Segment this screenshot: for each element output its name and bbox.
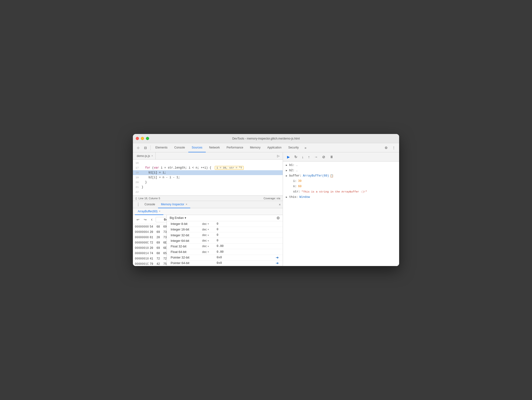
vi-row-int64: Integer 64-bit dec ▾ 0 xyxy=(167,238,283,244)
hex-row-0: 00000000 54 68 69 73 T xyxy=(133,224,167,230)
bottom-tab-console[interactable]: Console xyxy=(142,201,158,208)
bottom-dots-button[interactable]: ⋮ xyxy=(135,202,142,207)
value-inspector: Big Endian ▾ ⚙ Integer 8-bit dec ▾ xyxy=(167,215,283,266)
open-memory-inspector-icon[interactable]: 📋 xyxy=(330,174,334,178)
scope-row-i: i: 39 xyxy=(283,178,399,184)
bottom-tabs-bar: ⋮ Console Memory Inspector × × xyxy=(133,201,283,208)
vi-row-int8: Integer 8-bit dec ▾ 0 xyxy=(167,221,283,227)
drawer-icon-button[interactable]: ⊟ xyxy=(142,144,149,151)
code-area: demo-js.js × ▷ 16 17 xyxy=(133,152,283,201)
hex-row-8: 00000008 61 20 73 74 a xyxy=(133,235,167,240)
bottom-tab-memory-inspector[interactable]: Memory Inspector × xyxy=(158,201,190,208)
addr-prev-button[interactable]: ‹ xyxy=(150,216,154,222)
hex-row-4: 00000004 20 69 73 20 . xyxy=(133,230,167,235)
tab-performance[interactable]: Performance xyxy=(223,143,247,152)
pointer-32-navigate-icon[interactable]: ➜ xyxy=(276,255,279,260)
more-tabs-button[interactable]: » xyxy=(302,144,309,151)
status-curly-icon: {} xyxy=(135,197,137,200)
status-position: Line 18, Column 5 xyxy=(138,197,160,200)
code-line-17: 17 for (var i = str.length; i < n; ++i) … xyxy=(133,165,283,170)
memory-subtab-arraybuffer[interactable]: ArrayBuffer(60) × xyxy=(135,208,163,215)
debug-pause-button[interactable]: ⏸ xyxy=(328,154,334,160)
scope-row-buffer: ▶ buffer: ArrayBuffer(60) 📋 xyxy=(283,173,399,178)
hex-row-18: 00000018 41 72 72 61 A xyxy=(133,256,167,261)
code-line-18: 18 b1[i] = i; xyxy=(133,170,283,175)
close-button[interactable] xyxy=(136,137,139,140)
scope-row-b2: ▶ b2: … xyxy=(283,168,399,173)
tab-application[interactable]: Application xyxy=(264,143,285,152)
devtools-window: DevTools - memory-inspector.glitch.me/de… xyxy=(133,134,399,266)
bottom-panel-close[interactable]: × xyxy=(279,203,281,207)
hex-view: ↩ ↪ ‹ › ↻ 00000000 xyxy=(133,215,167,266)
scope-row-str: str: "This is a string in the ArrayBuffe… xyxy=(283,189,399,194)
top-toolbar: ⊹ ⊟ Elements Console Sources Network Per… xyxy=(133,143,399,152)
vi-row-float32: Float 32-bit dec ▾ 0.00 xyxy=(167,244,283,249)
memory-subtab-close[interactable]: × xyxy=(159,210,160,213)
address-bar: ↩ ↪ ‹ › ↻ xyxy=(133,215,167,224)
maximize-button[interactable] xyxy=(146,137,149,140)
tab-sources[interactable]: Sources xyxy=(188,143,206,152)
hex-row-10: 00000010 20 69 6E 20 . xyxy=(133,245,167,251)
cursor-icon-button[interactable]: ⊹ xyxy=(135,144,142,151)
code-line-19: 19 b2[i] = n - i - 1; xyxy=(133,175,283,180)
devtools-body: ⊹ ⊟ Elements Console Sources Network Per… xyxy=(133,143,399,266)
minimize-button[interactable] xyxy=(141,137,144,140)
scope-row-this: ▶ this: Window xyxy=(283,194,399,200)
vi-header: Big Endian ▾ ⚙ xyxy=(167,215,283,221)
traffic-lights xyxy=(136,137,149,140)
main-nav-tabs: Elements Console Sources Network Perform… xyxy=(152,143,309,152)
file-tab-close[interactable]: × xyxy=(152,155,153,157)
code-line-20: 20 } xyxy=(133,180,283,185)
toolbar-right: ⚙ ⋮ xyxy=(383,144,397,151)
debug-step-button[interactable]: → xyxy=(313,154,319,160)
addr-forward-button[interactable]: ↪ xyxy=(143,217,148,222)
memory-inspector-content: ↩ ↪ ‹ › ↻ 00000000 xyxy=(133,215,283,266)
endian-selector[interactable]: Big Endian ▾ xyxy=(170,216,186,220)
scope-row-b1: ▶ b1: … xyxy=(283,163,399,168)
debug-step-out-button[interactable]: ↑ xyxy=(307,154,311,160)
scope-panel: ▶ b1: … ▶ b2: … ▶ buffer: ArrayBuffer( xyxy=(283,162,399,266)
file-navigate-button[interactable]: ▷ xyxy=(275,153,281,159)
memory-subtabs: ArrayBuffer(60) × xyxy=(133,208,283,215)
vi-row-ptr32: Pointer 32-bit dec ▾ 0x0 ➜ xyxy=(167,255,283,260)
settings-button[interactable]: ⚙ xyxy=(383,144,389,151)
status-bar: {} Line 18, Column 5 Coverage: n/a xyxy=(133,195,283,201)
more-options-button[interactable]: ⋮ xyxy=(390,144,397,151)
address-input[interactable] xyxy=(156,217,167,222)
file-tab-demo-js[interactable]: demo-js.js × xyxy=(134,152,156,160)
code-line-22: 22 xyxy=(133,190,283,194)
addr-back-button[interactable]: ↩ xyxy=(135,217,141,222)
vi-row-int32: Integer 32-bit dec ▾ 0 xyxy=(167,232,283,238)
window-title: DevTools - memory-inspector.glitch.me/de… xyxy=(232,137,300,140)
debug-resume-button[interactable]: ▶ xyxy=(286,154,291,160)
right-panel: ▶ ↻ ↓ ↑ → ⊘ ⏸ ▶ b1: … xyxy=(283,152,399,266)
vi-row-float64: Float 64-bit dec ▾ 0.00 xyxy=(167,249,283,255)
vi-settings-button[interactable]: ⚙ xyxy=(276,216,280,220)
bottom-panel: ⋮ Console Memory Inspector × × Ar xyxy=(133,201,283,266)
titlebar: DevTools - memory-inspector.glitch.me/de… xyxy=(133,134,399,143)
code-editor: 16 17 for (var i = str.length; i < n; ++… xyxy=(133,160,283,195)
code-line-16: 16 xyxy=(133,161,283,165)
pointer-64-navigate-icon[interactable]: ➜ xyxy=(276,261,279,265)
tab-console[interactable]: Console xyxy=(171,143,188,152)
debug-step-into-button[interactable]: ↓ xyxy=(301,154,305,160)
tab-elements[interactable]: Elements xyxy=(152,143,171,152)
vi-row-ptr64: Pointer 64-bit dec 0x0 ➜ xyxy=(167,260,283,266)
file-tab-name: demo-js.js xyxy=(137,154,150,158)
hex-dump: 00000000 54 68 69 73 T xyxy=(133,224,167,266)
debug-step-over-button[interactable]: ↻ xyxy=(293,154,299,160)
file-tabs: demo-js.js × ▷ xyxy=(133,152,283,160)
tab-security[interactable]: Security xyxy=(285,143,302,152)
code-line-21: 21 } xyxy=(133,185,283,190)
debugger-toolbar: ▶ ↻ ↓ ↑ → ⊘ ⏸ xyxy=(283,152,399,162)
hex-row-c: 0000000C 72 69 6E 67 r xyxy=(133,240,167,245)
left-panel: demo-js.js × ▷ 16 17 xyxy=(133,152,283,266)
debug-breakpoints-button[interactable]: ⊘ xyxy=(321,154,327,160)
main-content: demo-js.js × ▷ 16 17 xyxy=(133,152,399,266)
scope-row-n: n: 60 xyxy=(283,184,399,189)
memory-inspector-tab-close[interactable]: × xyxy=(186,203,187,206)
vi-row-int16: Integer 16-bit dec ▾ 0 xyxy=(167,227,283,232)
hex-row-1c: 0000001C 79 42 75 66 y xyxy=(133,261,167,266)
tab-network[interactable]: Network xyxy=(206,143,223,152)
tab-memory[interactable]: Memory xyxy=(247,143,264,152)
